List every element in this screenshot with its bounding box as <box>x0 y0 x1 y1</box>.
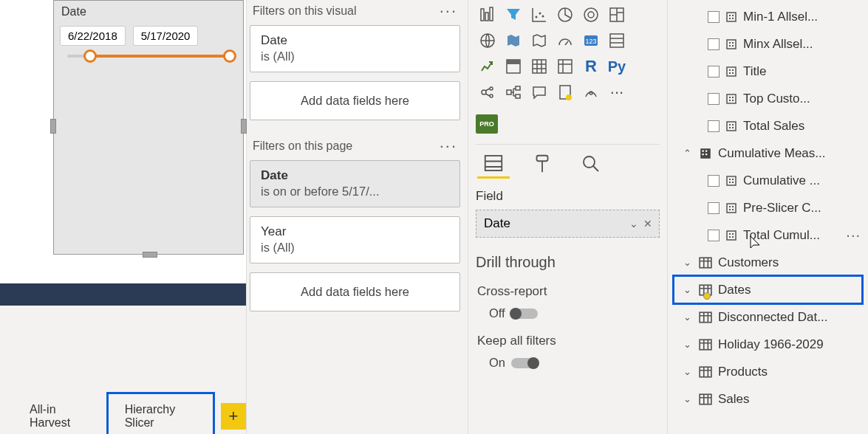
svg-rect-53 <box>729 127 731 128</box>
svg-rect-57 <box>705 150 707 151</box>
more-visuals-icon[interactable]: ··· <box>605 80 629 104</box>
filter-drop-zone[interactable]: Add data fields here <box>250 81 460 120</box>
checkbox[interactable] <box>708 202 720 214</box>
field-group[interactable]: ⌃Cumulative Meas... <box>671 140 868 167</box>
report-canvas[interactable]: Date 6/22/2018 5/17/2020 <box>0 0 246 434</box>
decomposition-icon[interactable] <box>502 80 525 104</box>
checkbox[interactable] <box>708 11 720 23</box>
chevron-down-icon[interactable]: ⌄ <box>681 393 693 404</box>
svg-point-8 <box>588 12 594 18</box>
field-table[interactable]: ⌄Customers <box>671 249 868 276</box>
svg-text:123: 123 <box>585 38 596 45</box>
pie-icon[interactable] <box>553 3 577 27</box>
clustered-bar-icon[interactable] <box>476 3 499 27</box>
remove-field-icon[interactable]: ✕ <box>643 218 652 230</box>
analytics-tab[interactable] <box>575 149 607 179</box>
keep-filters-toggle[interactable]: On <box>489 356 538 370</box>
filled-map-icon[interactable] <box>502 29 525 52</box>
field-table[interactable]: ⌄Holiday 1966-2029 <box>671 331 868 358</box>
checkbox[interactable] <box>708 230 720 241</box>
date-end-input[interactable]: 5/17/2020 <box>133 26 199 46</box>
filter-condition: is on or before 5/17/... <box>261 185 380 198</box>
filter-drop-zone[interactable]: Add data fields here <box>250 272 460 311</box>
field-measure[interactable]: Total Sales <box>671 112 868 140</box>
field-measure[interactable]: Cumulative ... <box>671 167 868 194</box>
field-table[interactable]: ⌄Products <box>671 358 868 385</box>
treemap-icon[interactable] <box>605 3 629 27</box>
funnel-icon[interactable] <box>502 3 525 27</box>
key-influencers-icon[interactable] <box>476 80 499 104</box>
paginated-icon[interactable] <box>553 80 577 104</box>
r-visual-icon[interactable]: R <box>579 55 603 78</box>
resize-handle[interactable] <box>143 252 157 258</box>
field-measure[interactable]: Total Cumul...··· <box>671 221 868 249</box>
slicer-visual[interactable]: Date 6/22/2018 5/17/2020 <box>53 0 244 255</box>
format-tab[interactable] <box>526 149 558 179</box>
chevron-down-icon[interactable]: ⌄ <box>681 366 693 377</box>
checkbox[interactable] <box>708 66 720 78</box>
kpi-icon[interactable] <box>476 55 499 78</box>
cross-report-toggle[interactable]: Off <box>489 306 538 320</box>
table-icon[interactable] <box>527 55 551 78</box>
checkbox[interactable] <box>708 93 720 105</box>
field-table[interactable]: ⌄Sales <box>671 385 868 413</box>
svg-rect-15 <box>507 60 520 64</box>
page-tab-active[interactable]: Hierarchy Slicer <box>106 392 215 434</box>
chevron-up-icon[interactable]: ⌃ <box>681 148 693 159</box>
python-visual-icon[interactable]: Py <box>605 55 629 78</box>
chevron-down-icon[interactable]: ⌄ <box>681 257 693 268</box>
date-start-input[interactable]: 6/22/2018 <box>60 26 126 46</box>
chevron-down-icon[interactable]: ⌄ <box>629 218 638 230</box>
arcgis-icon[interactable] <box>579 80 603 104</box>
field-well-item[interactable]: Date ⌄✕ <box>476 210 660 238</box>
checkbox[interactable] <box>708 38 720 50</box>
field-table-dates[interactable]: ⌄Dates <box>671 276 868 303</box>
page-tab[interactable]: All-in Harvest <box>13 394 106 434</box>
svg-rect-22 <box>516 86 520 90</box>
pro-visual-icon[interactable]: PRO <box>476 114 498 134</box>
resize-handle[interactable] <box>50 119 56 134</box>
svg-rect-1 <box>485 13 488 21</box>
field-measure[interactable]: Title <box>671 58 868 85</box>
field-table[interactable]: ⌄Disconnected Dat... <box>671 303 868 331</box>
svg-point-25 <box>566 94 572 100</box>
chevron-down-icon[interactable]: ⌄ <box>681 311 693 323</box>
add-page-button[interactable]: + <box>221 403 246 430</box>
field-more-icon[interactable]: ··· <box>846 227 861 244</box>
more-icon[interactable]: ··· <box>440 142 457 150</box>
field-measure[interactable]: Minx Allsel... <box>671 30 868 58</box>
chevron-down-icon[interactable]: ⌄ <box>681 284 693 295</box>
shape-map-icon[interactable] <box>527 29 551 52</box>
slicer-icon[interactable] <box>502 55 525 78</box>
more-icon[interactable]: ··· <box>440 7 457 15</box>
filter-field-name: Date <box>261 168 449 183</box>
filter-card[interactable]: Date is (All) <box>250 25 460 72</box>
filter-card[interactable]: Date is on or before 5/17/... <box>250 160 460 207</box>
slider-handle-start[interactable] <box>83 49 97 63</box>
scatter-icon[interactable] <box>527 3 551 27</box>
matrix-icon[interactable] <box>553 55 577 78</box>
checkbox[interactable] <box>708 175 720 187</box>
date-slider[interactable] <box>67 55 230 58</box>
gauge-icon[interactable] <box>553 29 577 52</box>
filter-field-name: Date <box>261 33 449 48</box>
svg-rect-0 <box>481 9 484 21</box>
field-measure[interactable]: Pre-Slicer C... <box>671 194 868 221</box>
fields-tab[interactable] <box>477 149 510 179</box>
chevron-down-icon[interactable]: ⌄ <box>681 339 693 350</box>
svg-rect-17 <box>558 60 572 73</box>
map-icon[interactable] <box>476 29 499 52</box>
svg-rect-73 <box>729 236 731 238</box>
resize-handle[interactable] <box>241 119 247 134</box>
svg-rect-78 <box>700 340 711 350</box>
card-icon[interactable]: 123 <box>579 29 603 52</box>
svg-rect-34 <box>732 18 734 19</box>
field-measure[interactable]: Min-1 Allsel... <box>671 3 868 30</box>
donut-icon[interactable] <box>579 3 603 27</box>
multi-card-icon[interactable] <box>605 29 629 52</box>
field-measure[interactable]: Top Custo... <box>671 85 868 112</box>
slider-handle-end[interactable] <box>223 49 236 63</box>
filter-card[interactable]: Year is (All) <box>250 216 460 264</box>
qa-icon[interactable] <box>527 80 551 104</box>
checkbox[interactable] <box>708 120 720 132</box>
